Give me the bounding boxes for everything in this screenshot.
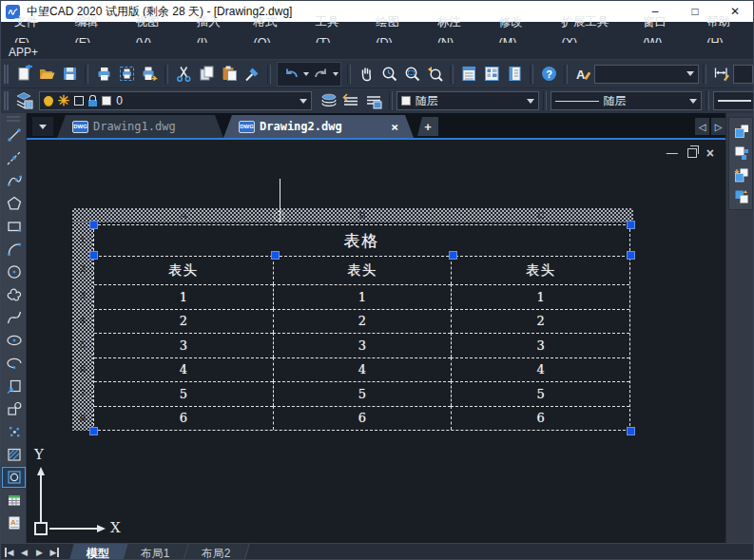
tab-list-dropdown[interactable] (32, 117, 53, 136)
linetype-combo[interactable]: 随层 (551, 91, 703, 110)
tab-scroll-left-icon[interactable]: ◁ (695, 118, 709, 135)
hatch-icon[interactable] (1, 443, 27, 466)
grip-handle[interactable] (627, 221, 635, 229)
toolbar-grip[interactable] (7, 116, 20, 122)
rectangle-icon[interactable] (1, 215, 27, 238)
bring-above-objects-icon[interactable] (729, 164, 753, 185)
grip-handle[interactable] (271, 251, 280, 260)
match-properties-button[interactable] (241, 63, 263, 86)
prev-layout-button[interactable]: ◀ (17, 545, 31, 560)
zoom-window-button[interactable] (400, 63, 423, 86)
combo-caret-icon[interactable] (527, 99, 534, 104)
tab-model[interactable]: 模型 (68, 544, 127, 560)
circle-icon[interactable] (1, 261, 27, 283)
table-title-cell[interactable]: 表格 (94, 225, 629, 256)
dim-style-button[interactable] (710, 63, 733, 86)
plot-preview-button[interactable] (115, 63, 138, 86)
pan-button[interactable] (355, 63, 377, 86)
menu-app-plus[interactable]: APP+ (9, 45, 38, 61)
table-header-cell[interactable]: 表头 (451, 257, 629, 284)
copy-button[interactable] (195, 63, 218, 86)
table-cell[interactable]: 1 (451, 284, 629, 309)
table-icon[interactable] (1, 489, 27, 512)
insert-block-icon[interactable] (1, 375, 27, 397)
cut-button[interactable] (172, 63, 195, 86)
save-button[interactable] (58, 63, 81, 86)
table-cell[interactable]: 2 (94, 309, 273, 334)
line-icon[interactable] (1, 124, 27, 146)
layer-thaw-icon[interactable]: ✳ (58, 96, 70, 106)
combo-caret-icon[interactable] (300, 99, 307, 104)
send-to-back-icon[interactable] (729, 142, 753, 164)
layer-viewport-icon[interactable] (74, 96, 84, 106)
table-cell[interactable]: 2 (273, 309, 452, 334)
design-center-button[interactable] (480, 63, 503, 86)
text-style-combo[interactable] (594, 65, 699, 84)
text-style-button[interactable]: A (571, 63, 594, 86)
table-header-cell[interactable]: 表头 (94, 257, 273, 284)
table-cell[interactable]: 5 (94, 381, 273, 406)
polygon-icon[interactable] (1, 192, 27, 215)
doc-minimize-icon[interactable]: — (667, 146, 678, 160)
table-column-header-band[interactable] (72, 208, 633, 222)
tab-drawing1[interactable]: DWG Drawing1.dwg (57, 115, 223, 138)
table-cell[interactable]: 1 (94, 284, 273, 309)
first-layout-button[interactable]: ◀ (2, 545, 16, 560)
ellipse-arc-icon[interactable] (1, 352, 27, 375)
combo-caret-icon[interactable] (686, 71, 694, 76)
properties-button[interactable] (457, 63, 480, 86)
zoom-previous-button[interactable] (423, 63, 446, 86)
doc-restore-icon[interactable] (687, 148, 697, 158)
table-cell[interactable]: 6 (273, 406, 452, 431)
tab-drawing2[interactable]: DWG Drawing2.dwg × (223, 115, 414, 138)
tab-scroll-right-icon[interactable]: ▷ (711, 118, 725, 135)
table-cell[interactable]: 3 (273, 333, 452, 357)
layer-on-icon[interactable] (44, 96, 53, 106)
grip-handle[interactable] (627, 427, 635, 435)
layer-properties-button[interactable] (12, 89, 35, 112)
doc-close-icon[interactable]: × (706, 146, 714, 160)
table-cell[interactable]: 4 (451, 357, 629, 382)
table-cell[interactable]: 5 (273, 381, 452, 406)
layer-unlock-icon[interactable] (88, 100, 97, 106)
table-cell[interactable]: 6 (451, 406, 629, 431)
new-file-button[interactable] (12, 63, 35, 86)
table-cell[interactable]: 6 (94, 406, 273, 431)
tab-layout2[interactable]: 布局2 (184, 544, 249, 560)
grip-handle[interactable] (89, 251, 98, 260)
combo-caret-icon[interactable] (689, 99, 697, 104)
table-cell[interactable]: 4 (273, 357, 452, 382)
color-combo[interactable]: 随层 (396, 91, 539, 110)
grip-handle[interactable] (449, 251, 457, 260)
cad-table[interactable]: 表格 表头 表头 表头 1 1 1 2 2 2 3 3 3 4 4 4 5 5 (93, 224, 630, 431)
table-cell[interactable]: 3 (451, 333, 629, 357)
tab-close-icon[interactable]: × (391, 120, 398, 134)
layer-states-button[interactable] (318, 89, 340, 112)
table-cell[interactable]: 5 (451, 381, 629, 406)
send-under-objects-icon[interactable] (729, 185, 753, 207)
help-button[interactable]: ? (537, 63, 560, 86)
open-button[interactable] (35, 63, 58, 86)
next-layout-button[interactable]: ▶ (32, 545, 47, 560)
point-icon[interactable] (1, 420, 27, 443)
plot-button[interactable] (138, 63, 161, 86)
toolbar-grip[interactable] (4, 65, 9, 84)
lineweight-combo[interactable]: 随层 (713, 91, 754, 110)
grip-handle[interactable] (89, 221, 98, 229)
undo-button[interactable] (280, 63, 302, 86)
table-header-cell[interactable]: 表头 (273, 257, 452, 284)
revision-cloud-icon[interactable] (1, 283, 27, 306)
table-cell[interactable]: 3 (94, 333, 273, 357)
make-block-icon[interactable] (1, 397, 27, 420)
tab-layout1[interactable]: 布局1 (123, 544, 188, 560)
print-button[interactable] (92, 63, 115, 86)
grip-handle[interactable] (627, 251, 635, 260)
redo-dropdown-icon[interactable] (333, 72, 338, 76)
arc-icon[interactable] (1, 238, 27, 261)
table-cell[interactable]: 4 (94, 357, 273, 382)
table-cell[interactable]: 2 (451, 309, 629, 334)
paste-button[interactable] (218, 63, 241, 86)
dim-style-combo[interactable] (733, 65, 753, 84)
zoom-realtime-button[interactable] (377, 63, 400, 86)
last-layout-button[interactable]: ▶ (48, 545, 62, 560)
